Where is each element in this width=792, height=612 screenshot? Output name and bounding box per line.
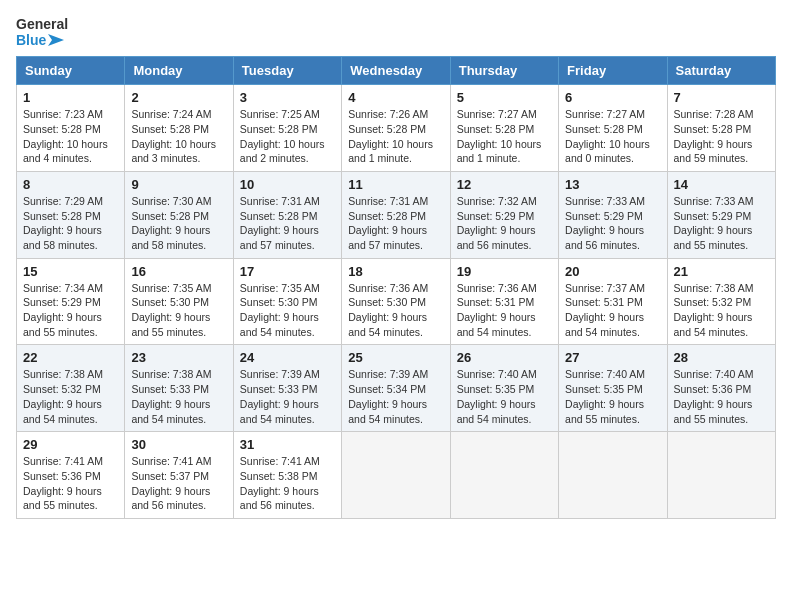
weekday-header-wednesday: Wednesday [342, 57, 450, 85]
calendar-day-cell: 27Sunrise: 7:40 AMSunset: 5:35 PMDayligh… [559, 345, 667, 432]
sunrise-text: Sunrise: 7:39 AM [348, 368, 428, 380]
day-info: Sunrise: 7:38 AMSunset: 5:32 PMDaylight:… [23, 367, 118, 426]
day-info: Sunrise: 7:25 AMSunset: 5:28 PMDaylight:… [240, 107, 335, 166]
day-number: 5 [457, 90, 552, 105]
sunrise-text: Sunrise: 7:39 AM [240, 368, 320, 380]
daylight-text: Daylight: 9 hours [565, 311, 644, 323]
daylight-text: Daylight: 9 hours [457, 311, 536, 323]
sunset-text: Sunset: 5:28 PM [131, 123, 209, 135]
day-info: Sunrise: 7:41 AMSunset: 5:38 PMDaylight:… [240, 454, 335, 513]
daylight-text: Daylight: 9 hours [131, 398, 210, 410]
daylight-text: Daylight: 10 hours [240, 138, 325, 150]
sunset-text: Sunset: 5:33 PM [240, 383, 318, 395]
calendar-day-cell: 16Sunrise: 7:35 AMSunset: 5:30 PMDayligh… [125, 258, 233, 345]
day-info: Sunrise: 7:31 AMSunset: 5:28 PMDaylight:… [240, 194, 335, 253]
day-info: Sunrise: 7:31 AMSunset: 5:28 PMDaylight:… [348, 194, 443, 253]
daylight-text: Daylight: 9 hours [674, 138, 753, 150]
svg-marker-0 [48, 34, 64, 46]
daylight-text: Daylight: 9 hours [131, 485, 210, 497]
day-info: Sunrise: 7:35 AMSunset: 5:30 PMDaylight:… [131, 281, 226, 340]
daylight-text: Daylight: 9 hours [240, 485, 319, 497]
daylight-text: Daylight: 9 hours [348, 224, 427, 236]
daylight-minutes-text: and 57 minutes. [348, 239, 423, 251]
day-info: Sunrise: 7:33 AMSunset: 5:29 PMDaylight:… [674, 194, 769, 253]
daylight-text: Daylight: 9 hours [674, 311, 753, 323]
calendar-day-cell: 18Sunrise: 7:36 AMSunset: 5:30 PMDayligh… [342, 258, 450, 345]
calendar-day-cell: 9Sunrise: 7:30 AMSunset: 5:28 PMDaylight… [125, 171, 233, 258]
daylight-minutes-text: and 55 minutes. [23, 499, 98, 511]
day-number: 30 [131, 437, 226, 452]
daylight-minutes-text: and 3 minutes. [131, 152, 200, 164]
day-info: Sunrise: 7:40 AMSunset: 5:35 PMDaylight:… [565, 367, 660, 426]
day-info: Sunrise: 7:37 AMSunset: 5:31 PMDaylight:… [565, 281, 660, 340]
sunrise-text: Sunrise: 7:35 AM [131, 282, 211, 294]
daylight-text: Daylight: 9 hours [240, 398, 319, 410]
day-number: 19 [457, 264, 552, 279]
calendar-day-cell: 2Sunrise: 7:24 AMSunset: 5:28 PMDaylight… [125, 85, 233, 172]
sunrise-text: Sunrise: 7:40 AM [565, 368, 645, 380]
day-info: Sunrise: 7:23 AMSunset: 5:28 PMDaylight:… [23, 107, 118, 166]
logo-text-block: General Blue [16, 16, 68, 48]
calendar-day-cell: 7Sunrise: 7:28 AMSunset: 5:28 PMDaylight… [667, 85, 775, 172]
sunrise-text: Sunrise: 7:26 AM [348, 108, 428, 120]
day-info: Sunrise: 7:26 AMSunset: 5:28 PMDaylight:… [348, 107, 443, 166]
sunset-text: Sunset: 5:31 PM [457, 296, 535, 308]
day-number: 16 [131, 264, 226, 279]
sunrise-text: Sunrise: 7:38 AM [131, 368, 211, 380]
weekday-header-saturday: Saturday [667, 57, 775, 85]
daylight-minutes-text: and 54 minutes. [131, 413, 206, 425]
weekday-header-friday: Friday [559, 57, 667, 85]
day-info: Sunrise: 7:40 AMSunset: 5:35 PMDaylight:… [457, 367, 552, 426]
sunrise-text: Sunrise: 7:30 AM [131, 195, 211, 207]
daylight-text: Daylight: 9 hours [565, 224, 644, 236]
weekday-header-tuesday: Tuesday [233, 57, 341, 85]
daylight-minutes-text: and 54 minutes. [674, 326, 749, 338]
daylight-minutes-text: and 54 minutes. [348, 326, 423, 338]
sunrise-text: Sunrise: 7:41 AM [23, 455, 103, 467]
day-number: 7 [674, 90, 769, 105]
sunset-text: Sunset: 5:28 PM [348, 210, 426, 222]
day-info: Sunrise: 7:39 AMSunset: 5:33 PMDaylight:… [240, 367, 335, 426]
page-header: General Blue [16, 16, 776, 48]
daylight-text: Daylight: 10 hours [348, 138, 433, 150]
daylight-text: Daylight: 9 hours [674, 224, 753, 236]
calendar-day-cell: 15Sunrise: 7:34 AMSunset: 5:29 PMDayligh… [17, 258, 125, 345]
weekday-header-row: SundayMondayTuesdayWednesdayThursdayFrid… [17, 57, 776, 85]
calendar-day-cell: 6Sunrise: 7:27 AMSunset: 5:28 PMDaylight… [559, 85, 667, 172]
day-number: 26 [457, 350, 552, 365]
sunset-text: Sunset: 5:31 PM [565, 296, 643, 308]
daylight-minutes-text: and 1 minute. [457, 152, 521, 164]
sunset-text: Sunset: 5:30 PM [348, 296, 426, 308]
sunrise-text: Sunrise: 7:27 AM [565, 108, 645, 120]
sunrise-text: Sunrise: 7:31 AM [348, 195, 428, 207]
day-number: 23 [131, 350, 226, 365]
sunset-text: Sunset: 5:28 PM [131, 210, 209, 222]
daylight-minutes-text: and 59 minutes. [674, 152, 749, 164]
daylight-text: Daylight: 9 hours [240, 224, 319, 236]
day-number: 29 [23, 437, 118, 452]
sunset-text: Sunset: 5:28 PM [240, 123, 318, 135]
day-info: Sunrise: 7:27 AMSunset: 5:28 PMDaylight:… [565, 107, 660, 166]
daylight-text: Daylight: 9 hours [23, 398, 102, 410]
calendar-week-row: 22Sunrise: 7:38 AMSunset: 5:32 PMDayligh… [17, 345, 776, 432]
daylight-minutes-text: and 56 minutes. [240, 499, 315, 511]
daylight-text: Daylight: 10 hours [131, 138, 216, 150]
sunrise-text: Sunrise: 7:41 AM [131, 455, 211, 467]
sunset-text: Sunset: 5:30 PM [240, 296, 318, 308]
logo-blue: Blue [16, 32, 68, 48]
day-info: Sunrise: 7:24 AMSunset: 5:28 PMDaylight:… [131, 107, 226, 166]
daylight-text: Daylight: 9 hours [457, 398, 536, 410]
day-info: Sunrise: 7:36 AMSunset: 5:31 PMDaylight:… [457, 281, 552, 340]
day-info: Sunrise: 7:40 AMSunset: 5:36 PMDaylight:… [674, 367, 769, 426]
day-number: 3 [240, 90, 335, 105]
calendar-day-cell: 25Sunrise: 7:39 AMSunset: 5:34 PMDayligh… [342, 345, 450, 432]
day-info: Sunrise: 7:27 AMSunset: 5:28 PMDaylight:… [457, 107, 552, 166]
day-info: Sunrise: 7:39 AMSunset: 5:34 PMDaylight:… [348, 367, 443, 426]
day-number: 8 [23, 177, 118, 192]
calendar-day-cell [342, 432, 450, 519]
sunset-text: Sunset: 5:28 PM [240, 210, 318, 222]
sunset-text: Sunset: 5:29 PM [674, 210, 752, 222]
sunrise-text: Sunrise: 7:32 AM [457, 195, 537, 207]
sunset-text: Sunset: 5:36 PM [674, 383, 752, 395]
day-number: 10 [240, 177, 335, 192]
